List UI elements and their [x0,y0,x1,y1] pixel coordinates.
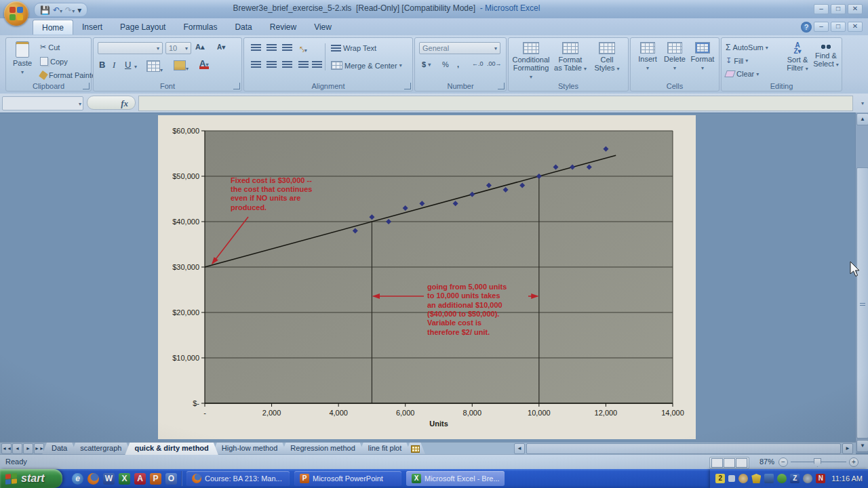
zoom-in-button[interactable]: + [849,458,859,467]
merge-center-button[interactable]: Merge & Center▾ [331,61,402,70]
x-axis-label[interactable]: 10,000 [528,409,551,417]
format-as-table-button[interactable]: Formatas Table ▾ [552,42,589,73]
decrease-decimal-button[interactable]: .00→ [487,60,502,67]
workbook-restore-button[interactable]: □ [831,22,846,32]
number-dialog-launcher[interactable] [498,83,505,89]
wrap-text-button[interactable]: Wrap Text [331,44,376,52]
underline-button[interactable]: U [125,60,131,70]
tray-tools-icon[interactable] [764,474,774,483]
x-axis-label[interactable]: 6,000 [396,409,415,417]
font-dialog-launcher[interactable] [233,83,240,89]
comma-style-button[interactable]: , [457,60,459,68]
tab-view[interactable]: View [305,20,340,35]
grow-font-button[interactable]: A▴ [195,43,204,52]
scroll-up-button[interactable]: ▲ [856,113,868,125]
sheet-tab-quick-dirty-method[interactable]: quick & dirty method [125,443,218,455]
next-sheet-button[interactable]: ► [23,443,33,454]
x-axis-label[interactable]: 4,000 [329,409,348,417]
font-size-combo[interactable]: 10▾ [165,42,191,54]
insert-worksheet-tab[interactable] [405,443,425,455]
y-axis-label[interactable]: $30,000 [172,263,199,271]
first-sheet-button[interactable]: ◄◄ [1,443,12,454]
tray-norton-icon[interactable]: N [816,474,825,483]
y-axis-label[interactable]: $20,000 [172,308,199,317]
zoom-out-button[interactable]: − [778,458,788,467]
tray-language-icon[interactable]: 2 [715,474,725,483]
zoom-level[interactable]: 87% [760,458,774,466]
vertical-scrollbar-thumb[interactable] [856,167,868,439]
delete-cells-button[interactable]: Delete▾ [662,42,688,73]
percent-style-button[interactable]: % [442,60,449,68]
taskbar-clock[interactable]: 11:16 AM [831,474,863,483]
page-layout-view-button[interactable] [724,458,735,468]
tab-page-layout[interactable]: Page Layout [111,20,174,35]
x-axis-label[interactable]: - [203,409,206,417]
y-axis-label[interactable]: $10,000 [172,354,199,362]
insert-function-button[interactable]: fx [87,96,136,110]
sheet-tab-line-fit-plot[interactable]: line fit plot [359,443,412,455]
tray-window-icon[interactable] [728,475,735,482]
tab-insert[interactable]: Insert [73,20,111,35]
y-axis-label[interactable]: $40,000 [172,218,199,226]
orientation-button[interactable]: ⤣▾ [300,43,307,55]
x-axis-label[interactable]: 14,000 [661,409,684,417]
fill-button[interactable]: ↧Fill▾ [726,56,748,65]
tab-home[interactable]: Home [33,20,73,35]
fill-color-button[interactable]: ▾ [174,60,189,73]
insert-cells-button[interactable]: Insert▾ [635,42,660,73]
tab-data[interactable]: Data [226,20,260,35]
find-select-button[interactable]: Find &Select ▾ [812,42,840,69]
vertical-scrollbar[interactable]: ▲ ▼ [855,113,868,453]
sheet-tab-regression-method[interactable]: Regression method [281,443,364,455]
task-button-firefox-course[interactable]: Course: BA 213: Man... [186,471,290,486]
font-color-button[interactable]: A▾ [199,58,209,69]
horizontal-scrollbar-thumb[interactable] [526,443,841,454]
scroll-right-button[interactable]: ► [842,443,853,454]
task-button-excel[interactable]: X Microsoft Excel - Bre... [406,471,505,486]
align-middle-icon[interactable] [267,44,277,52]
scroll-left-button[interactable]: ◄ [514,443,525,454]
sheet-tab-scattergraph[interactable]: scattergraph [71,443,131,455]
y-axis-label[interactable]: $60,000 [172,127,199,135]
firefox-icon[interactable] [87,473,99,485]
accounting-format-button[interactable]: $▾ [422,60,431,68]
tray-z-icon[interactable]: Z [790,474,800,483]
tray-security-shield-icon[interactable] [751,474,761,483]
outlook-icon[interactable]: O [165,473,177,485]
underline-dropdown[interactable]: ▾ [134,64,137,70]
normal-view-button[interactable] [711,458,723,468]
align-right-icon[interactable] [282,61,292,68]
alignment-dialog-launcher[interactable] [404,83,411,89]
scroll-down-button[interactable]: ▼ [856,440,868,452]
italic-button[interactable]: I [113,60,115,70]
shrink-font-button[interactable]: A▾ [217,43,225,51]
cut-button[interactable]: ✂Cut [40,43,60,52]
word-icon[interactable]: W [103,473,115,485]
name-box[interactable]: ▾ [2,96,83,110]
align-top-icon[interactable] [251,44,261,52]
copy-button[interactable]: Copy [40,57,68,66]
conditional-formatting-button[interactable]: ConditionalFormatting ▾ [511,42,551,81]
last-sheet-button[interactable]: ►► [34,443,44,454]
y-axis-label[interactable]: $- [193,399,199,407]
align-bottom-icon[interactable] [282,44,292,52]
page-break-view-button[interactable] [736,458,747,468]
sheet-tab-high-low-method[interactable]: High-low method [212,443,288,455]
workbook-minimize-button[interactable]: – [814,22,829,32]
bold-button[interactable]: B [99,60,105,70]
format-cells-button[interactable]: Format▾ [689,42,716,73]
workbook-close-button[interactable]: ✕ [848,22,863,32]
font-name-combo[interactable]: ▾ [98,42,163,54]
minimize-button[interactable]: – [814,4,829,14]
clear-button[interactable]: Clear▾ [726,70,759,78]
format-painter-button[interactable]: Format Painter [40,71,98,79]
increase-decimal-button[interactable]: ←.0 [472,60,484,67]
autosum-button[interactable]: ΣAutoSum▾ [726,43,768,52]
name-box-dropdown-icon[interactable]: ▾ [79,101,81,107]
x-axis-label[interactable]: 12,000 [595,409,618,417]
sort-filter-button[interactable]: AZ▾ Sort &Filter ▾ [784,42,811,73]
close-button[interactable]: ✕ [848,4,863,14]
tray-volume-icon[interactable] [803,474,812,483]
formula-bar-expand-icon[interactable]: ▾ [861,100,864,106]
task-button-powerpoint[interactable]: P Microsoft PowerPoint [294,471,401,486]
